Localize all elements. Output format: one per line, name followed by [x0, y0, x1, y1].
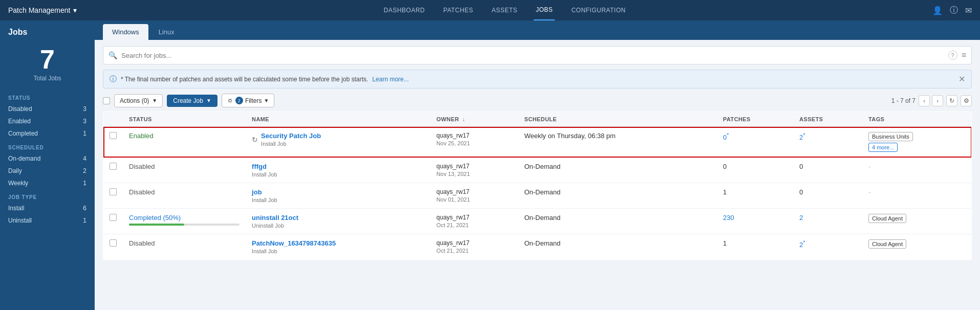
uninstall-count: 1 — [83, 217, 86, 224]
actions-label: Actions (0) — [120, 97, 149, 104]
row-checkbox[interactable] — [110, 188, 117, 195]
row-checkbox-cell — [103, 158, 123, 183]
job-name-link[interactable]: PatchNow_1634798743635 — [252, 239, 336, 247]
filter-icon: ⛭ — [227, 97, 233, 104]
row-tags-empty: - — [868, 163, 870, 170]
sidebar-item-weekly[interactable]: Weekly 1 — [0, 177, 95, 189]
row-checkbox[interactable] — [110, 214, 117, 221]
sidebar-item-on-demand[interactable]: On-demand 4 — [0, 152, 95, 165]
learn-more-link[interactable]: Learn more... — [372, 76, 408, 83]
search-help-icon[interactable]: ? — [948, 51, 957, 60]
brand-logo[interactable]: Patch Management ▾ — [8, 6, 77, 14]
sidebar-item-enabled[interactable]: Enabled 3 — [0, 115, 95, 127]
more-tags-button[interactable]: 4 more... — [868, 143, 898, 152]
job-type-section-label: JOB TYPE — [0, 189, 95, 202]
row-assets-cell: 0 — [793, 158, 862, 183]
row-checkbox[interactable] — [110, 132, 117, 139]
col-owner: OWNER ↓ — [430, 112, 518, 127]
refresh-button[interactable]: ↻ — [946, 95, 957, 106]
install-label: Install — [8, 205, 24, 212]
sidebar-item-install[interactable]: Install 6 — [0, 202, 95, 214]
completed-label: Completed — [8, 130, 38, 137]
col-status: STATUS — [123, 112, 246, 127]
row-schedule: On-Demand — [524, 188, 560, 196]
nav-patches[interactable]: PATCHES — [441, 0, 475, 20]
actions-button[interactable]: Actions (0) ▼ — [114, 94, 163, 107]
search-bar: 🔍 ? ≡ — [103, 46, 972, 64]
nav-jobs[interactable]: JOBS — [534, 0, 555, 20]
row-status-cell: Disabled — [123, 183, 246, 209]
nav-assets[interactable]: ASSETS — [490, 0, 519, 20]
row-checkbox-cell — [103, 209, 123, 234]
create-job-chevron-icon: ▼ — [206, 98, 211, 103]
job-name-link[interactable]: fffgd — [252, 163, 267, 170]
job-name-link[interactable]: uninstall 21oct — [252, 214, 298, 222]
owner-sort-icon[interactable]: ↓ — [462, 117, 465, 122]
filters-label: Filters — [245, 97, 262, 104]
row-assets-cell: 2* — [793, 127, 862, 158]
mail-icon[interactable]: ✉ — [965, 6, 972, 15]
help-icon[interactable]: ⓘ — [950, 5, 958, 16]
sidebar-item-disabled[interactable]: Disabled 3 — [0, 103, 95, 115]
tag-badge: Cloud Agent — [868, 239, 906, 249]
weekly-label: Weekly — [8, 180, 28, 187]
nav-configuration[interactable]: CONFIGURATION — [569, 0, 627, 20]
top-nav-icons: 👤 ⓘ ✉ — [932, 5, 972, 16]
sidebar-item-daily[interactable]: Daily 2 — [0, 165, 95, 177]
user-icon[interactable]: 👤 — [932, 6, 943, 15]
row-patches-cell: 0* — [717, 127, 793, 158]
scheduled-section-label: SCHEDULED — [0, 140, 95, 152]
row-schedule: On-Demand — [524, 239, 560, 247]
next-page-button[interactable]: › — [932, 95, 943, 106]
row-checkbox[interactable] — [110, 163, 117, 170]
nav-dashboard[interactable]: DASHBOARD — [382, 0, 427, 20]
tab-windows[interactable]: Windows — [103, 24, 148, 40]
sidebar-count-section: 7 Total Jobs — [0, 41, 95, 90]
tab-linux[interactable]: Linux — [149, 24, 184, 40]
table-header: STATUS NAME OWNER ↓ SCHEDULE PATCHES ASS… — [103, 112, 972, 127]
table-settings-button[interactable]: ⚙ — [961, 95, 972, 106]
prev-page-button[interactable]: ‹ — [919, 95, 930, 106]
sidebar-title: Jobs — [0, 20, 95, 41]
select-all-checkbox[interactable] — [103, 97, 110, 104]
row-schedule: On-Demand — [524, 214, 560, 222]
row-name-cell: uninstall 21oct Uninstall Job — [246, 209, 430, 234]
row-assets: 2* — [799, 134, 805, 141]
info-close-button[interactable]: ✕ — [959, 74, 965, 84]
row-patches: 0* — [723, 134, 729, 141]
search-menu-icon[interactable]: ≡ — [962, 51, 966, 60]
sidebar-item-completed[interactable]: Completed 1 — [0, 127, 95, 140]
job-sub-type: Install Job — [261, 141, 321, 147]
row-owner: quays_rw17 — [437, 214, 512, 221]
search-input[interactable] — [121, 52, 948, 59]
row-patches: 230 — [723, 214, 734, 222]
row-owner-date: Nov 13, 2021 — [437, 171, 512, 177]
row-assets: 2 — [799, 214, 803, 222]
row-tags-cell: Cloud Agent — [862, 234, 972, 260]
actions-chevron-icon: ▼ — [152, 98, 157, 103]
row-assets: 0 — [799, 188, 803, 196]
job-name-link[interactable]: job — [252, 188, 262, 196]
sidebar-item-uninstall[interactable]: Uninstall 1 — [0, 214, 95, 227]
pagination-arrows: ‹ › — [919, 95, 943, 106]
info-banner-text: * The final number of patches and assets… — [121, 76, 368, 83]
job-name-link[interactable]: Security Patch Job — [261, 132, 321, 140]
daily-label: Daily — [8, 167, 22, 174]
owner-label: OWNER — [437, 116, 459, 122]
create-job-button[interactable]: Create Job ▼ — [167, 95, 217, 107]
row-tags-empty: - — [868, 188, 870, 196]
row-checkbox[interactable] — [110, 239, 117, 247]
nav-menu: DASHBOARD PATCHES ASSETS JOBS CONFIGURAT… — [382, 0, 628, 20]
table-row: Completed (50%) uninstall 21oct Uninstal… — [103, 209, 972, 234]
row-schedule-cell: On-Demand — [518, 209, 716, 234]
row-schedule-cell: On-Demand — [518, 234, 716, 260]
info-banner: ⓘ * The final number of patches and asse… — [103, 70, 972, 88]
on-demand-label: On-demand — [8, 155, 40, 162]
col-assets: ASSETS — [793, 112, 862, 127]
toolbar-right: 1 - 7 of 7 ‹ › ↻ ⚙ — [891, 95, 972, 106]
weekly-count: 1 — [83, 180, 86, 187]
row-owner-cell: quays_rw17 Oct 21, 2021 — [430, 234, 518, 260]
enabled-label: Enabled — [8, 118, 31, 125]
row-tags-cell: - — [862, 183, 972, 209]
filters-button[interactable]: ⛭ 2 Filters ▼ — [222, 94, 275, 107]
